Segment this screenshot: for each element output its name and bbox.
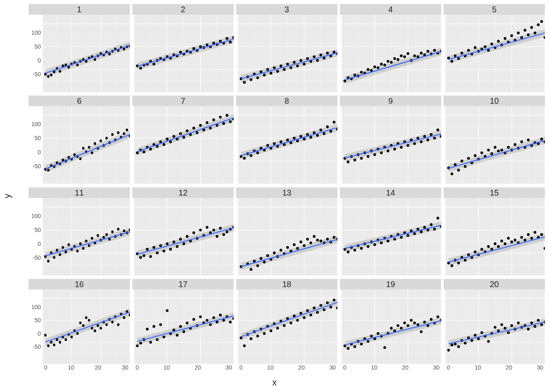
svg-point-600 xyxy=(347,250,350,253)
plot-area xyxy=(341,198,441,276)
facet-panel: 1 . 100500-50 . xyxy=(29,4,130,93)
svg-point-168 xyxy=(406,52,409,55)
svg-point-357 xyxy=(333,121,336,124)
svg-point-385 xyxy=(380,151,383,154)
facet-strip-label: 12 xyxy=(132,187,234,198)
svg-point-841 xyxy=(400,327,403,330)
svg-point-432 xyxy=(491,152,493,155)
svg-point-574 xyxy=(306,238,309,241)
svg-point-31 xyxy=(94,58,96,61)
svg-point-112 xyxy=(266,68,269,71)
x-axis-title: x xyxy=(272,377,277,388)
svg-point-216 xyxy=(520,36,523,39)
svg-point-207 xyxy=(491,42,493,45)
svg-point-840 xyxy=(397,324,399,327)
plot-area xyxy=(445,290,545,364)
facet-panel: 14 xyxy=(340,187,441,276)
svg-point-343 xyxy=(286,139,289,142)
y-tick-labels: . 100500-50 . xyxy=(29,106,42,184)
svg-point-19 xyxy=(59,70,61,73)
svg-point-662 xyxy=(507,237,510,240)
svg-point-564 xyxy=(273,252,276,254)
svg-point-836 xyxy=(383,346,386,349)
svg-point-119 xyxy=(290,66,292,69)
facet-panel: 20 0102030 xyxy=(444,279,545,372)
svg-point-258 xyxy=(100,140,102,143)
svg-point-530 xyxy=(206,226,209,229)
facet-panel: 7 xyxy=(132,96,234,185)
svg-point-266 xyxy=(123,132,125,135)
svg-point-152 xyxy=(353,74,356,76)
svg-point-15 xyxy=(47,75,49,78)
svg-point-105 xyxy=(243,81,246,84)
svg-point-264 xyxy=(117,131,120,134)
svg-point-215 xyxy=(517,31,520,34)
svg-line-764 xyxy=(137,316,234,341)
svg-line-89 xyxy=(137,39,234,67)
svg-point-197 xyxy=(457,57,460,60)
svg-point-705 xyxy=(91,327,93,330)
svg-point-740 xyxy=(156,338,159,341)
svg-point-484 xyxy=(103,236,105,238)
plot-area xyxy=(134,15,234,92)
svg-point-524 xyxy=(186,235,189,238)
svg-point-420 xyxy=(451,173,453,176)
svg-point-441 xyxy=(520,140,523,143)
svg-point-749 xyxy=(186,321,189,324)
svg-point-299 xyxy=(186,129,189,132)
svg-point-794 xyxy=(290,321,292,324)
svg-point-217 xyxy=(524,29,527,32)
svg-point-309 xyxy=(219,116,222,119)
svg-point-666 xyxy=(520,236,523,238)
facet-strip-label: 13 xyxy=(236,187,337,198)
facet-panel: 4 xyxy=(340,4,441,93)
svg-point-618 xyxy=(406,234,409,237)
svg-point-672 xyxy=(540,233,543,236)
svg-point-870 xyxy=(451,343,453,346)
facet-strip-label: 11 xyxy=(29,187,130,198)
plot-area xyxy=(445,106,545,184)
plot-area xyxy=(42,198,130,276)
svg-point-622 xyxy=(420,230,423,233)
svg-point-741 xyxy=(159,323,162,326)
svg-point-523 xyxy=(183,242,185,245)
facet-panel: 6 . 100500-50 . xyxy=(29,96,130,185)
svg-point-518 xyxy=(166,242,169,245)
facet-panel: 18 0102030 xyxy=(236,279,337,372)
svg-point-521 xyxy=(176,245,179,248)
svg-point-514 xyxy=(152,246,155,249)
facet-strip-label: 10 xyxy=(444,96,545,106)
figure: y x 1 . 100500-50 . 2 xyxy=(0,0,549,392)
svg-point-422 xyxy=(457,169,460,172)
svg-point-784 xyxy=(256,335,259,338)
facet-strip-label: 17 xyxy=(132,279,234,290)
svg-point-121 xyxy=(296,65,299,67)
svg-point-354 xyxy=(323,132,326,135)
facet-strip-label: 1 xyxy=(29,4,130,15)
svg-point-838 xyxy=(390,327,393,330)
svg-point-118 xyxy=(286,62,289,65)
svg-point-334 xyxy=(256,151,259,154)
svg-point-307 xyxy=(212,118,215,121)
svg-point-301 xyxy=(192,127,195,130)
svg-point-395 xyxy=(413,143,416,145)
svg-point-654 xyxy=(480,248,483,251)
x-tick-spacer xyxy=(340,92,441,93)
svg-point-696 xyxy=(65,338,67,341)
svg-point-355 xyxy=(326,125,329,128)
facet-panel: 16 . 100500-50 . 0102030 xyxy=(29,279,130,372)
svg-point-834 xyxy=(377,332,379,335)
svg-point-164 xyxy=(393,57,396,60)
svg-point-477 xyxy=(82,247,85,249)
svg-point-881 xyxy=(487,340,490,343)
svg-line-224 xyxy=(449,33,545,60)
svg-point-528 xyxy=(199,229,202,232)
svg-point-844 xyxy=(410,319,413,322)
svg-point-36 xyxy=(108,53,111,56)
svg-point-562 xyxy=(266,254,269,257)
svg-line-719 xyxy=(45,312,130,342)
svg-point-400 xyxy=(430,133,433,136)
svg-point-757 xyxy=(212,316,215,319)
svg-point-843 xyxy=(406,324,409,327)
x-tick-spacer xyxy=(444,184,545,185)
